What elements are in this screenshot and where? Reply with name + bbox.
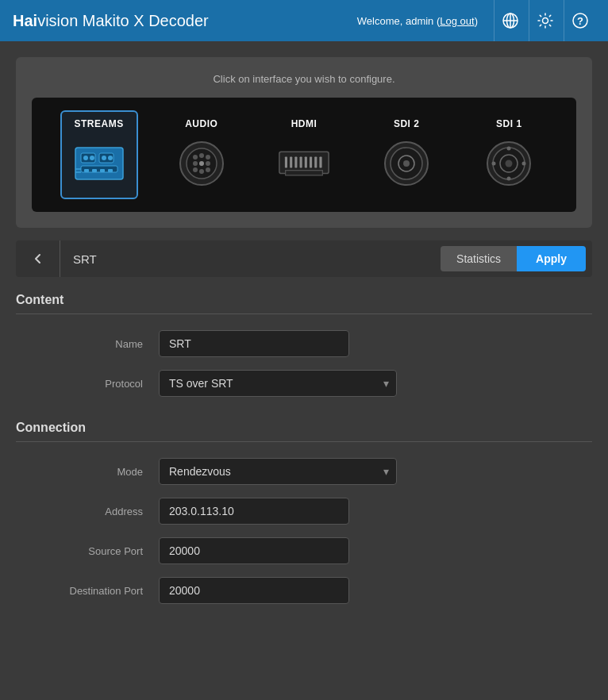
content-section: Content Name Protocol TS over SRT TS ove…	[16, 293, 592, 397]
sdi2-svg-icon	[383, 140, 430, 187]
main-content: Click on interface you wish to configure…	[0, 41, 608, 644]
destination-port-row: Destination Port	[16, 577, 592, 604]
logout-link[interactable]: Log out	[440, 15, 474, 27]
svg-rect-41	[319, 156, 321, 167]
svg-rect-33	[286, 170, 323, 175]
svg-rect-7	[75, 148, 123, 179]
gear-icon	[537, 12, 554, 29]
svg-rect-36	[294, 156, 297, 167]
interface-item-hdmi[interactable]: HDMI	[265, 110, 343, 199]
svg-rect-34	[285, 156, 287, 167]
svg-point-52	[522, 162, 526, 166]
source-port-row: Source Port	[16, 537, 592, 564]
statistics-button[interactable]: Statistics	[441, 246, 517, 271]
svg-point-50	[507, 177, 511, 181]
protocol-label: Protocol	[16, 378, 159, 390]
svg-point-51	[492, 162, 496, 166]
page-toolbar: SRT Statistics Apply	[16, 240, 592, 277]
destination-port-input[interactable]	[159, 577, 349, 604]
logout-close: )	[475, 15, 478, 27]
welcome-label: Welcome, admin (	[357, 15, 441, 27]
sdi1-icon	[481, 136, 537, 191]
interface-item-sdi2[interactable]: SDI 2	[367, 110, 445, 199]
address-label: Address	[16, 506, 159, 517]
svg-point-11	[83, 156, 88, 160]
svg-rect-39	[310, 156, 312, 167]
help-icon-btn[interactable]: ?	[564, 0, 595, 41]
svg-rect-19	[100, 169, 105, 172]
sdi2-icon	[379, 136, 434, 191]
audio-icon	[174, 136, 229, 191]
welcome-text: Welcome, admin (Log out)	[357, 15, 478, 27]
svg-point-23	[193, 155, 198, 160]
svg-rect-20	[108, 169, 113, 172]
name-label: Name	[16, 338, 159, 350]
address-input[interactable]	[159, 498, 349, 525]
app-title: Haivision Makito X Decoder	[13, 12, 357, 30]
interface-prompt: Click on interface you wish to configure…	[32, 73, 576, 85]
audio-label: AUDIO	[185, 118, 217, 129]
svg-rect-35	[290, 156, 292, 167]
address-row: Address	[16, 498, 592, 525]
content-section-title: Content	[16, 293, 592, 314]
sdi2-label: SDI 2	[394, 118, 420, 129]
streams-icon	[71, 136, 127, 191]
source-port-input[interactable]	[159, 537, 349, 564]
svg-rect-18	[92, 169, 97, 172]
network-icon	[502, 12, 519, 29]
svg-point-53	[506, 160, 513, 167]
name-row: Name	[16, 330, 592, 357]
svg-point-26	[193, 161, 198, 166]
sdi1-svg-icon	[485, 140, 533, 187]
svg-point-45	[403, 160, 410, 167]
hdmi-icon	[276, 136, 332, 191]
help-icon: ?	[571, 12, 589, 29]
brand-hai: Hai	[13, 12, 37, 29]
header-icons: ?	[494, 0, 595, 41]
svg-rect-38	[305, 156, 307, 167]
apply-button[interactable]: Apply	[517, 246, 586, 271]
svg-text:?: ?	[577, 15, 583, 27]
audio-svg-icon	[178, 140, 225, 187]
name-input[interactable]	[159, 330, 349, 357]
svg-point-14	[108, 156, 113, 160]
hdmi-label: HDMI	[291, 118, 317, 129]
svg-rect-17	[84, 169, 89, 172]
streams-label: STREAMS	[75, 118, 124, 129]
hdmi-svg-icon	[276, 142, 332, 186]
svg-point-29	[193, 167, 198, 172]
app-header: Haivision Makito X Decoder Welcome, admi…	[0, 0, 608, 41]
svg-point-30	[199, 169, 204, 174]
svg-point-25	[206, 155, 210, 160]
settings-icon-btn[interactable]	[529, 0, 560, 41]
streams-svg-icon	[71, 136, 127, 191]
svg-point-31	[206, 167, 210, 172]
protocol-row: Protocol TS over SRT TS over UDP TS over…	[16, 370, 592, 397]
brand-rest: vision Makito X Decoder	[37, 12, 209, 29]
interface-item-streams[interactable]: STREAMS	[60, 110, 138, 199]
protocol-select[interactable]: TS over SRT TS over UDP TS over RTP RTSP…	[159, 370, 397, 397]
mode-select[interactable]: Rendezvous Caller Listener	[159, 458, 397, 485]
destination-port-label: Destination Port	[16, 585, 159, 597]
mode-select-wrapper: Rendezvous Caller Listener	[159, 458, 397, 485]
back-button[interactable]	[16, 240, 60, 277]
svg-rect-37	[300, 156, 302, 167]
svg-rect-40	[314, 156, 317, 167]
protocol-select-wrapper: TS over SRT TS over UDP TS over RTP RTSP…	[159, 370, 397, 397]
source-port-label: Source Port	[16, 545, 159, 557]
svg-point-12	[90, 156, 94, 160]
interface-row: STREAMS	[32, 98, 576, 212]
interface-panel: Click on interface you wish to configure…	[16, 57, 592, 228]
mode-label: Mode	[16, 466, 159, 478]
interface-item-sdi1[interactable]: SDI 1	[470, 110, 548, 199]
svg-point-49	[507, 147, 511, 151]
svg-point-13	[102, 156, 106, 160]
toolbar-actions: Statistics Apply	[441, 246, 586, 271]
svg-point-4	[542, 18, 548, 24]
mode-row: Mode Rendezvous Caller Listener	[16, 458, 592, 485]
page-name: SRT	[60, 252, 441, 266]
sdi1-label: SDI 1	[496, 118, 522, 129]
svg-point-28	[206, 161, 210, 166]
interface-item-audio[interactable]: AUDIO	[163, 110, 241, 199]
network-icon-btn[interactable]	[494, 0, 525, 41]
